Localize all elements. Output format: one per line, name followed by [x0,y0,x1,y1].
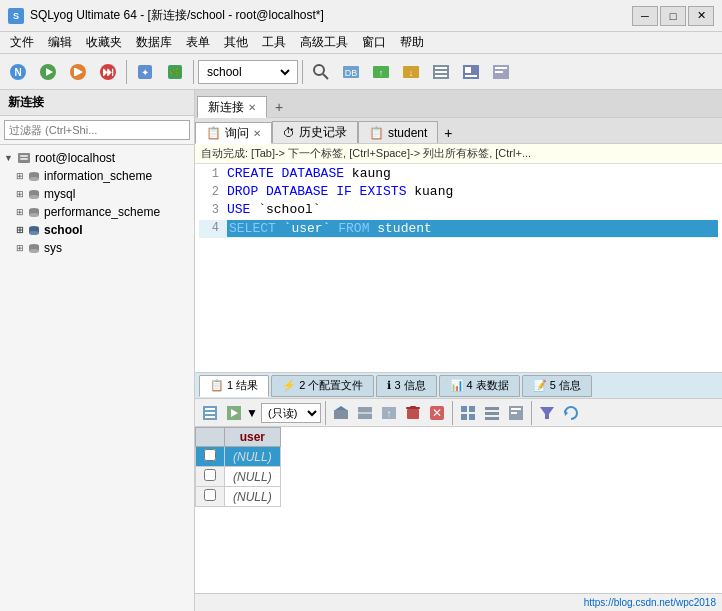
svg-marker-76 [540,407,554,419]
menu-edit[interactable]: 编辑 [42,32,78,53]
result-tab-4[interactable]: 📝 5 信息 [522,375,592,397]
data-table-container[interactable]: user (NULL) [195,427,722,593]
checkbox-1[interactable] [204,449,216,461]
code-line-3: 3 USE `school` [199,202,718,220]
btn-7[interactable] [307,58,335,86]
new-connection-btn[interactable]: N [4,58,32,86]
expand-icon-1: ⊞ [16,171,24,181]
menu-help[interactable]: 帮助 [394,32,430,53]
table-row-1[interactable]: (NULL) [196,447,281,467]
svg-point-13 [314,65,324,75]
tree-item-information-schema[interactable]: ⊞ information_scheme [0,167,194,185]
svg-rect-55 [334,410,348,419]
maximize-button[interactable]: □ [660,6,686,26]
result-btn-delete[interactable] [402,402,424,424]
result-btn-grid[interactable] [457,402,479,424]
menu-database[interactable]: 数据库 [130,32,178,53]
result-tab-0[interactable]: 📋 1 结果 [199,375,269,397]
title-bar: S SQLyog Ultimate 64 - [新连接/school - roo… [0,0,722,32]
btn-8[interactable]: DB [337,58,365,86]
inner-tab-close-0[interactable]: ✕ [253,128,261,139]
result-btn-5[interactable]: ↑ [378,402,400,424]
conn-tab-add[interactable]: + [269,97,289,117]
svg-text:DB: DB [345,68,358,78]
result-btn-form[interactable] [505,402,527,424]
result-tab-label-0: 1 结果 [227,378,258,393]
close-button[interactable]: ✕ [688,6,714,26]
result-tab-label-3: 4 表数据 [467,378,509,393]
result-btn-dropdown[interactable]: ▼ [245,402,259,424]
checkbox-3[interactable] [204,489,216,501]
null-val-3: (NULL) [233,490,272,504]
checkbox-2[interactable] [204,469,216,481]
btn-6[interactable]: 🌿 [161,58,189,86]
table-row-3[interactable]: (NULL) [196,487,281,507]
code-editor[interactable]: 1 CREATE DATABASE kaung 2 DROP DATABASE … [195,164,722,372]
conn-tab-close-0[interactable]: ✕ [248,102,256,113]
kw-drop: DROP DATABASE IF EXISTS [227,184,414,199]
row-1-checkbox[interactable] [196,447,225,467]
result-btn-filter[interactable] [536,402,558,424]
svg-rect-24 [435,75,447,77]
window-controls: ─ □ ✕ [632,6,714,26]
btn-11[interactable] [427,58,455,86]
result-btn-refresh[interactable] [560,402,582,424]
menu-table[interactable]: 表单 [180,32,216,53]
result-tab-3[interactable]: 📊 4 表数据 [439,375,520,397]
svg-rect-32 [20,155,28,157]
result-btn-2[interactable] [223,402,245,424]
conn-tab-0[interactable]: 新连接 ✕ [197,96,267,118]
status-url: https://blog.csdn.net/wpc2018 [584,597,716,608]
svg-rect-75 [511,412,517,414]
menu-other[interactable]: 其他 [218,32,254,53]
result-btn-list[interactable] [481,402,503,424]
svg-rect-70 [485,407,499,410]
menu-tools[interactable]: 工具 [256,32,292,53]
menu-advanced-tools[interactable]: 高级工具 [294,32,354,53]
menu-favorites[interactable]: 收藏夹 [80,32,128,53]
minimize-button[interactable]: ─ [632,6,658,26]
table-body: (NULL) (NULL) (NULL) [196,447,281,507]
line-num-4: 4 [199,220,219,235]
inner-tab-add[interactable]: + [438,123,458,143]
menu-file[interactable]: 文件 [4,32,40,53]
tree-root-node[interactable]: ▼ root@localhost [0,149,194,167]
result-btn-1[interactable] [199,402,221,424]
result-btn-3[interactable] [330,402,352,424]
inner-tab-history[interactable]: ⏱ 历史记录 [272,121,358,143]
result-btn-4[interactable] [354,402,376,424]
btn-10[interactable]: ↓ [397,58,425,86]
result-tab-icon-3: 📊 [450,379,464,392]
svg-text:↓: ↓ [409,68,414,78]
result-tab-1[interactable]: ⚡ 2 个配置文件 [271,375,374,397]
svg-marker-56 [335,406,347,410]
tree-item-school[interactable]: ⊞ school [0,221,194,239]
row-3-checkbox[interactable] [196,487,225,507]
result-tab-label-1: 2 个配置文件 [299,378,363,393]
tree-item-label-4: school [44,223,83,237]
db-select-container[interactable]: school [198,60,298,84]
db-icon-5 [28,242,40,254]
btn-12[interactable] [457,58,485,86]
result-tab-2[interactable]: ℹ 3 信息 [376,375,436,397]
result-mode-select[interactable]: (只读) [261,403,321,423]
inner-tab-student[interactable]: 📋 student [358,121,438,143]
code-line-4: 4 SELECT `user` FROM student [199,220,718,238]
tree-item-mysql[interactable]: ⊞ mysql [0,185,194,203]
table-row-2[interactable]: (NULL) [196,467,281,487]
tree-item-performance-schema[interactable]: ⊞ performance_scheme [0,203,194,221]
menu-window[interactable]: 窗口 [356,32,392,53]
svg-rect-26 [465,67,471,73]
db-select[interactable]: school [203,64,293,80]
btn-3[interactable] [64,58,92,86]
tree-item-sys[interactable]: ⊞ sys [0,239,194,257]
row-2-checkbox[interactable] [196,467,225,487]
btn-9[interactable]: ↑ [367,58,395,86]
btn-2[interactable] [34,58,62,86]
btn-5[interactable]: ✦ [131,58,159,86]
btn-13[interactable] [487,58,515,86]
btn-4[interactable]: ⏭ [94,58,122,86]
result-btn-cancel[interactable]: ✕ [426,402,448,424]
inner-tab-query[interactable]: 📋 询问 ✕ [195,122,272,144]
filter-input[interactable] [4,120,190,140]
